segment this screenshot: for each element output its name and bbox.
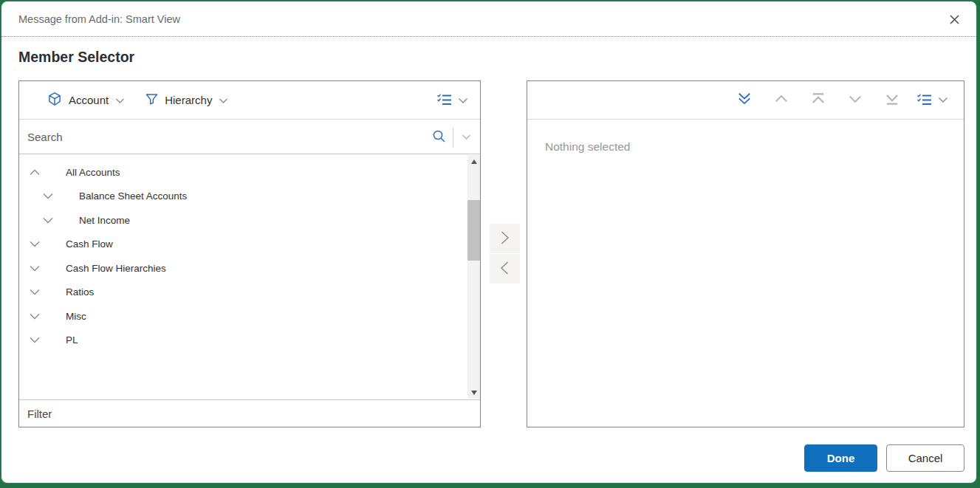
expand-chevron-icon[interactable] [29, 264, 41, 272]
tree-item-label: PL [66, 334, 78, 346]
tree-item-label: Cash Flow Hierarchies [66, 263, 166, 274]
scrollbar-thumb[interactable] [467, 200, 480, 261]
move-up-button[interactable] [763, 86, 800, 115]
tree-item-label: Net Income [79, 215, 130, 226]
tree-item-label: All Accounts [66, 167, 120, 178]
chevron-down-icon [938, 94, 948, 106]
search-input[interactable] [27, 126, 425, 148]
move-down-button[interactable] [837, 86, 874, 115]
move-to-top-button[interactable] [800, 86, 837, 115]
expand-chevron-icon[interactable] [42, 216, 54, 224]
expand-chevron-icon[interactable] [29, 168, 41, 176]
chevron-down-icon [458, 94, 468, 106]
selection-options-button[interactable] [911, 86, 953, 115]
expand-chevron-icon[interactable] [29, 240, 41, 248]
expand-chevron-icon[interactable] [42, 192, 54, 200]
triangle-up-icon [471, 159, 477, 164]
tree-item[interactable]: Net Income [19, 208, 480, 233]
done-button[interactable]: Done [804, 444, 877, 472]
chevron-down-icon [115, 94, 125, 106]
hierarchy-label: Hierarchy [165, 94, 212, 106]
member-selector-dialog: Message from Add-in: Smart View Member S… [1, 1, 977, 484]
tree-item[interactable]: Cash Flow Hierarchies [19, 256, 480, 281]
members-panel: Account Hierarchy [18, 80, 481, 427]
chevron-left-icon [499, 260, 510, 278]
scroll-up-button[interactable] [467, 155, 480, 168]
tree-item[interactable]: Ratios [19, 281, 480, 305]
search-button[interactable] [425, 124, 453, 151]
checklist-icon [916, 93, 933, 108]
tree-item[interactable]: All Accounts [19, 160, 480, 185]
tree-item-label: Misc [66, 311, 86, 322]
move-to-bottom-icon [884, 92, 900, 109]
title-bar: Message from Add-in: Smart View [1, 1, 976, 37]
filter-field[interactable]: Filter [19, 399, 480, 427]
tree-item[interactable]: PL [19, 329, 480, 353]
page-title: Member Selector [18, 49, 134, 66]
chevron-down-icon [462, 131, 471, 142]
move-to-bottom-button[interactable] [874, 86, 911, 115]
cancel-button[interactable]: Cancel [886, 444, 964, 472]
chevron-up-icon [773, 92, 789, 109]
tree-scrollbar[interactable] [467, 155, 480, 399]
hierarchy-selector-button[interactable]: Hierarchy [145, 87, 228, 114]
expand-chevron-icon[interactable] [29, 288, 41, 296]
dimension-label: Account [69, 94, 109, 106]
close-icon [949, 14, 960, 27]
chevron-down-icon [847, 92, 863, 109]
checklist-icon [436, 93, 453, 108]
cube-icon [47, 92, 62, 109]
add-members-button[interactable] [490, 224, 520, 253]
search-icon [432, 129, 446, 145]
expand-chevron-icon[interactable] [29, 312, 41, 320]
triangle-down-icon [471, 391, 477, 395]
selection-panel: Nothing selected [527, 80, 964, 427]
tree-item[interactable]: Cash Flow [19, 233, 480, 257]
filter-label: Filter [27, 408, 52, 420]
tree-item-label: Balance Sheet Accounts [79, 190, 187, 202]
empty-selection-text: Nothing selected [545, 140, 630, 154]
tree-item-label: Cash Flow [66, 238, 113, 250]
dialog-title: Message from Add-in: Smart View [18, 1, 180, 37]
tree-item[interactable]: Misc [19, 304, 480, 329]
members-toolbar: Account Hierarchy [19, 81, 480, 120]
tree-item-label: Ratios [66, 286, 94, 298]
selection-toolbar [527, 81, 964, 120]
chevron-down-icon [219, 94, 228, 106]
dimension-selector-button[interactable]: Account [47, 87, 125, 114]
transfer-buttons [490, 224, 520, 283]
double-chevron-down-icon [736, 92, 753, 109]
close-button[interactable] [944, 10, 964, 31]
expand-all-button[interactable] [726, 86, 763, 115]
expand-chevron-icon[interactable] [29, 336, 41, 344]
remove-members-button[interactable] [490, 254, 520, 283]
scroll-down-button[interactable] [467, 386, 480, 399]
chevron-right-icon [499, 230, 510, 248]
tree-item[interactable]: Balance Sheet Accounts [19, 185, 480, 209]
member-tree: All Accounts Balance Sheet Accounts Net … [19, 155, 480, 399]
members-options-button[interactable] [436, 87, 468, 114]
search-row [19, 120, 480, 154]
search-options-button[interactable] [453, 124, 479, 151]
filter-icon [145, 93, 158, 108]
move-to-top-icon [810, 92, 826, 109]
